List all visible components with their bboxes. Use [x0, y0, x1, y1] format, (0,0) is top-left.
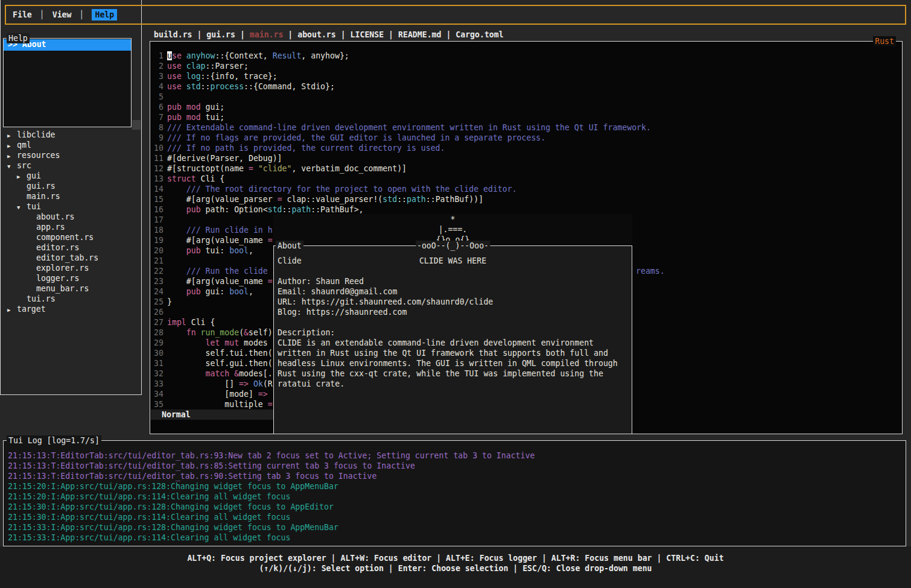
dropdown-scrollbar-handle[interactable]: [132, 120, 141, 130]
code-text: #[derive(Parser, Debug)]: [163, 154, 282, 163]
code-line-12[interactable]: 12#[structopt(name = "clide", verbatim_d…: [150, 163, 901, 174]
line-number: 26: [152, 307, 163, 317]
tab-README.md[interactable]: README.md: [398, 30, 441, 39]
code-text: multiple =: [163, 400, 273, 409]
code-text: pub gui: bool,: [163, 287, 253, 296]
line-number: 4: [152, 81, 163, 92]
explorer-item-label: gui.rs: [27, 182, 56, 191]
menu-item-help[interactable]: Help: [92, 9, 117, 21]
menu-item-file[interactable]: File: [13, 10, 32, 20]
menu-bar: File│View│Help: [5, 5, 906, 25]
code-text: fn run_mode(&self): [163, 328, 273, 337]
explorer-item-label: logger.rs: [36, 274, 79, 283]
log-lines: 21:15:13:T:EditorTab:src/tui/editor_tab.…: [8, 450, 904, 543]
tab-separator: |: [192, 30, 207, 39]
line-number: 18: [152, 225, 163, 235]
folder-open-icon: ▼: [17, 203, 27, 213]
code-line-16[interactable]: 16 pub path: Option<std::path::PathBuf>,: [150, 204, 901, 215]
explorer-item-label: explorer.rs: [36, 264, 89, 273]
code-line-1[interactable]: 1use anyhow::{Context, Result, anyhow};: [150, 51, 901, 61]
explorer-item-label: menu_bar.rs: [36, 284, 89, 293]
about-popup-row: Blog: https://shaunreed.com: [278, 307, 629, 317]
code-line-4[interactable]: 4use std::process::{Command, Stdio};: [150, 81, 901, 92]
code-text: let mut modes: [163, 338, 268, 347]
tab-LICENSE[interactable]: LICENSE: [351, 30, 384, 39]
code-text: use clap::Parser;: [163, 62, 249, 71]
code-text: pub mod tui;: [163, 113, 224, 122]
line-number: 33: [152, 379, 163, 389]
tab-main.rs[interactable]: main.rs: [250, 30, 284, 39]
tab-Cargo.toml[interactable]: Cargo.toml: [456, 30, 503, 39]
line-number: 9: [152, 133, 163, 143]
tab-about.rs[interactable]: about.rs: [297, 30, 336, 39]
line-number: 22: [152, 266, 163, 276]
line-number: 6: [152, 102, 163, 112]
code-text: pub mod gui;: [163, 103, 224, 112]
code-text: /// The root directory for the project t…: [163, 185, 517, 194]
code-text: /// If no path is provided, the current …: [163, 144, 445, 153]
code-line-13[interactable]: 13struct Cli {: [150, 174, 901, 184]
line-number: 17: [152, 215, 163, 225]
line-number: 35: [152, 399, 163, 409]
editor-tab-bar: build.rs | gui.rs | main.rs | about.rs |…: [154, 30, 504, 40]
code-text: /// Run clide in h: [163, 226, 273, 235]
code-text: [mode] =>: [163, 390, 268, 399]
code-line-15[interactable]: 15 #[arg(value_parser = clap::value_pars…: [150, 194, 901, 204]
code-line-5[interactable]: 5: [150, 92, 901, 102]
explorer-item-label: resources: [17, 151, 60, 160]
line-number: 2: [152, 61, 163, 71]
tui-log-panel[interactable]: Tui Log [log=1.7/s] 21:15:13:T:EditorTab…: [3, 440, 906, 546]
code-line-2[interactable]: 2use clap::Parser;: [150, 61, 901, 71]
code-text: #[arg(value_name =: [163, 236, 273, 245]
explorer-item-label: target: [17, 305, 46, 314]
folder-open-icon: ▼: [7, 162, 17, 172]
line-number: 30: [152, 348, 163, 358]
code-line-9[interactable]: 9/// If no flags are provided, the GUI e…: [150, 133, 901, 143]
line-number: 27: [152, 317, 163, 327]
explorer-item-label: qml: [17, 141, 31, 150]
tab-gui.rs[interactable]: gui.rs: [206, 30, 235, 39]
about-popup-row: URL: https://git.shaunreed.com/shaunrd0/…: [278, 297, 629, 307]
menu-separator: │: [40, 10, 45, 20]
code-text: [163, 215, 167, 224]
line-number: 13: [152, 174, 163, 184]
line-number: 16: [152, 204, 163, 215]
about-popup-row: [278, 317, 629, 327]
log-entry: 21:15:30:I:App:src/tui/app.rs:128:Changi…: [8, 502, 904, 512]
about-popup-row: written in Rust using the Qt UI framewor…: [278, 348, 629, 358]
explorer-item-label: about.rs: [36, 212, 75, 221]
code-line-14[interactable]: 14 /// The root directory for the projec…: [150, 184, 901, 194]
code-text: }: [163, 297, 172, 306]
code-line-3[interactable]: 3use log::{info, trace};: [150, 71, 901, 81]
code-text: use anyhow::{Context, Result, anyhow};: [163, 51, 349, 60]
language-badge: Rust: [873, 36, 896, 46]
shortcut-line-1: ALT+Q: Focus project explorer | ALT+W: F…: [0, 553, 911, 563]
line-number: 1: [152, 51, 163, 61]
code-line-10[interactable]: 10/// If no path is provided, the curren…: [150, 143, 901, 153]
about-popup-row: Email: shaunrd0@gmail.com: [278, 286, 629, 297]
log-entry: 21:15:13:T:EditorTab:src/tui/editor_tab.…: [8, 450, 904, 461]
explorer-item-label: src: [17, 161, 31, 170]
code-line-8[interactable]: 8/// Extendable command-line driven deve…: [150, 122, 901, 133]
log-entry: 21:15:33:I:App:src/tui/app.rs:114:Cleari…: [8, 533, 904, 543]
line-number: 12: [152, 163, 163, 174]
code-text: struct Cli {: [163, 174, 224, 183]
code-text: #[arg(value_name =: [163, 277, 273, 286]
code-line-11[interactable]: 11#[derive(Parser, Debug)]: [150, 153, 901, 163]
code-text: impl Cli {: [163, 318, 215, 327]
app-root: { "colors": { "background": "#272727", "…: [0, 0, 911, 588]
about-popup-title: About: [276, 241, 303, 251]
log-entry: 21:15:13:T:EditorTab:src/tui/editor_tab.…: [8, 461, 904, 471]
tab-separator: |: [283, 30, 297, 39]
code-line-7[interactable]: 7pub mod tui;: [150, 112, 901, 122]
log-entry: 21:15:20:I:App:src/tui/app.rs:128:Changi…: [8, 481, 904, 492]
menu-item-view[interactable]: View: [52, 10, 72, 20]
code-line-6[interactable]: 6pub mod gui;: [150, 102, 901, 112]
ascii-art-line: |.===.: [273, 224, 632, 235]
line-number: 24: [152, 286, 163, 297]
about-popup-row: Description:: [278, 327, 629, 338]
explorer-item-label: editor_tab.rs: [36, 253, 98, 262]
menu-bar-items: File│View│Help: [13, 9, 117, 21]
tab-build.rs[interactable]: build.rs: [154, 30, 192, 39]
shortcut-line-2: (↑/k)/(↓/j): Select option | Enter: Choo…: [0, 563, 911, 574]
